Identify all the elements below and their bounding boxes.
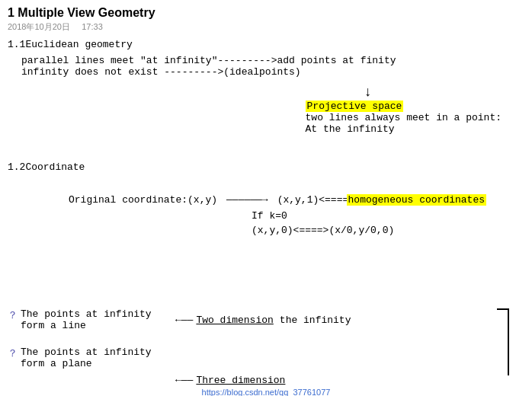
projective-diagram: ↓ Projective space two lines always meet… [8, 85, 524, 154]
bracket-vertical [497, 308, 509, 375]
if-k0: If k=0 [252, 210, 524, 222]
bullet1-text: The points at infinity form a line [21, 308, 160, 331]
bullet2: ？ The points at infinity form a plane [8, 346, 160, 369]
line1: parallel lines meet "at infinity"-------… [21, 55, 524, 66]
arrow-right-1: ——————→ [226, 194, 268, 206]
section1-heading: 1.1Euclidean geometry [8, 39, 524, 50]
section1-content: parallel lines meet "at infinity"-------… [8, 55, 524, 78]
projective-desc1: two lines always meet in a point: [306, 112, 502, 123]
date: 2018年10月20日 [8, 22, 70, 31]
bullet-q2: ？ [8, 346, 18, 360]
homogeneous-label: homogeneous coordinates [347, 194, 486, 206]
page-title: 1 Multiple View Geometry [8, 6, 524, 20]
left-bullets: ？ The points at infinity form a line ？ T… [8, 308, 160, 386]
bottom-section: ？ The points at infinity form a line ？ T… [8, 308, 524, 386]
eq2-row: (x,y,0)<====>(x/0,y/0,0) [252, 225, 524, 236]
original-prefix: Original coordinate:(x,y) [69, 194, 217, 206]
projective-label: Projective space [306, 101, 404, 112]
bullet1: ？ The points at infinity form a line [8, 308, 160, 331]
coord-section: homogeneous coordinates Original coordin… [8, 194, 524, 301]
three-dim-row: ←—— Three dimension [175, 375, 524, 386]
two-dim-label: Two dimension [196, 315, 273, 326]
arrow-left-2dim: ←—— [175, 315, 193, 326]
bullet-q1: ？ [8, 308, 18, 322]
meta-info: 2018年10月20日 17:33 [8, 21, 524, 33]
bullet2-text: The points at infinity form a plane [21, 346, 160, 369]
three-dim-label: Three dimension [196, 375, 285, 386]
section2-heading: 1.2Coordinate [8, 161, 524, 173]
two-dim-row: ←—— Two dimension the infinity [175, 315, 524, 326]
arrow-left-3dim: ←—— [175, 375, 193, 386]
dimension-diagram: ←—— Two dimension the infinity ←—— Three… [160, 308, 524, 386]
watermark: https://blog.csdn.net/qq_37761077 [8, 388, 524, 396]
projective-arrow-down: ↓ [364, 85, 372, 99]
time: 17:33 [82, 22, 103, 31]
projective-box: Projective space two lines always meet i… [306, 101, 502, 135]
line2: infinity does not exist --------->(ideal… [21, 66, 524, 78]
two-dim-suffix: the infinity [280, 315, 351, 326]
projective-desc2: At the infinity [306, 123, 395, 135]
